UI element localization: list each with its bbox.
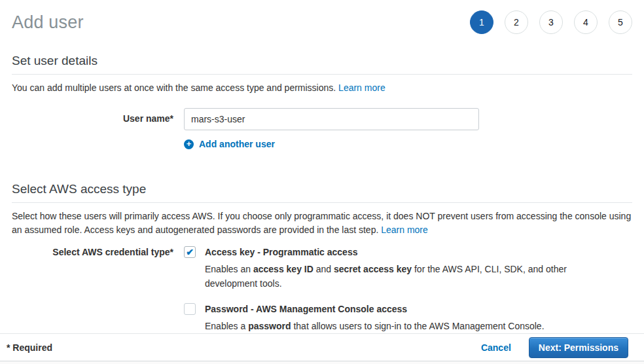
access-type-heading: Select AWS access type [12, 182, 632, 203]
add-another-user-link[interactable]: +Add another user [184, 139, 275, 149]
username-label: User name* [12, 108, 173, 124]
credential-type-label: Select AWS credential type* [12, 246, 173, 257]
access-key-checkbox[interactable]: ✔ [184, 246, 196, 258]
password-option-desc: Enables a password that allows users to … [205, 319, 545, 333]
user-details-intro: You can add multiple users at once with … [12, 81, 632, 95]
password-option-body: Password - AWS Management Console access… [205, 303, 545, 333]
step-1: 1 [470, 10, 493, 34]
access-key-option: ✔ Access key - Programmatic access Enabl… [184, 246, 571, 291]
access-key-option-title: Access key - Programmatic access [205, 246, 571, 258]
access-key-option-body: Access key - Programmatic access Enables… [205, 246, 571, 291]
page-header: Add user 1 2 3 4 5 [0, 0, 644, 34]
page-title: Add user [12, 12, 84, 33]
desc-bold: access key ID [253, 264, 313, 274]
cancel-button[interactable]: Cancel [481, 342, 511, 353]
credential-type-row: Select AWS credential type* ✔ Access key… [12, 246, 632, 333]
username-input[interactable] [184, 108, 479, 130]
required-note: * Required [7, 342, 52, 353]
wizard-steps: 1 2 3 4 5 [470, 10, 632, 34]
step-5: 5 [609, 10, 632, 34]
footer-actions: Cancel Next: Permissions [481, 337, 628, 358]
desc-text: and [313, 264, 334, 274]
desc-text: Enables a [205, 321, 248, 331]
plus-circle-icon: + [184, 139, 194, 149]
desc-bold: secret access key [334, 264, 412, 274]
step-3: 3 [539, 10, 563, 34]
user-details-heading: Set user details [12, 54, 632, 75]
next-permissions-button[interactable]: Next: Permissions [529, 337, 628, 358]
access-type-intro-text: Select how these users will primarily ac… [12, 211, 631, 235]
password-option: Password - AWS Management Console access… [184, 303, 571, 333]
desc-text: that allows users to sign-in to the AWS … [291, 321, 545, 331]
username-row: User name* +Add another user [12, 108, 632, 149]
user-details-section: Set user details You can add multiple us… [12, 54, 632, 149]
desc-text: Enables an [205, 264, 253, 274]
step-2: 2 [505, 10, 528, 34]
password-option-title: Password - AWS Management Console access [205, 303, 545, 315]
user-details-learn-more-link[interactable]: Learn more [338, 82, 385, 93]
add-another-user-label: Add another user [199, 139, 275, 149]
wizard-footer: * Required Cancel Next: Permissions [0, 333, 644, 361]
desc-bold: password [248, 321, 291, 331]
access-key-option-desc: Enables an access key ID and secret acce… [205, 262, 571, 291]
access-type-intro: Select how these users will primarily ac… [12, 209, 632, 237]
access-type-learn-more-link[interactable]: Learn more [381, 225, 428, 235]
password-checkbox[interactable] [184, 303, 196, 315]
step-4: 4 [574, 10, 598, 34]
user-details-intro-text: You can add multiple users at once with … [12, 82, 338, 93]
credential-options: ✔ Access key - Programmatic access Enabl… [184, 246, 571, 333]
access-type-section: Select AWS access type Select how these … [12, 182, 632, 333]
bottom-strip [0, 361, 644, 364]
username-control: +Add another user [184, 108, 479, 149]
check-icon: ✔ [186, 247, 194, 257]
